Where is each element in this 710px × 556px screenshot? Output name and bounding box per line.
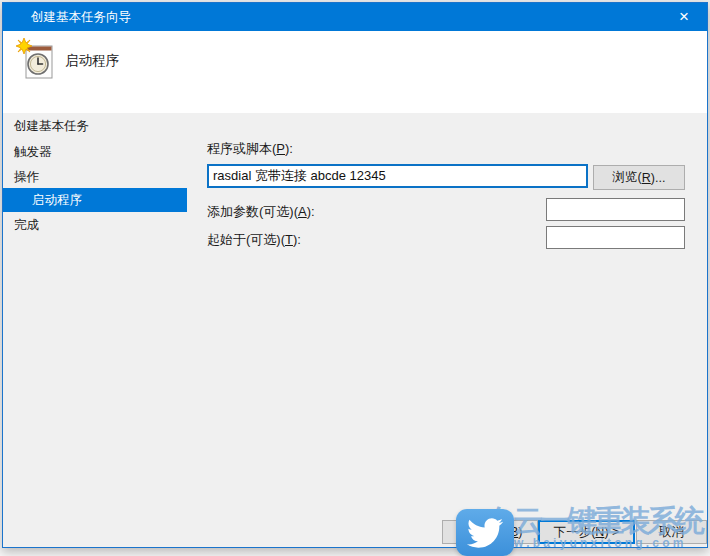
next-button[interactable]: 下一步(N) > — [538, 520, 635, 544]
sidebar-item-create-basic-task: 创建基本任务 — [14, 118, 89, 135]
add-arguments-input[interactable] — [546, 198, 685, 221]
sidebar-item-start-program-active: 启动程序 — [3, 188, 187, 212]
sidebar-item-trigger: 触发器 — [14, 144, 52, 161]
twitter-icon — [456, 509, 514, 556]
wizard-header: 启动程序 — [3, 31, 707, 113]
wizard-body: 创建基本任务 触发器 操作 启动程序 完成 程序或脚本(P): 浏览(R)...… — [3, 113, 707, 547]
start-in-label: 起始于(可选)(T): — [207, 231, 301, 249]
titlebar[interactable]: 创建基本任务向导 × — [3, 3, 707, 31]
start-in-input[interactable] — [546, 226, 685, 249]
task-wizard-icon — [16, 38, 56, 82]
close-icon: × — [679, 3, 689, 31]
close-button[interactable]: × — [668, 5, 700, 29]
program-or-script-input[interactable] — [207, 164, 588, 188]
add-arguments-label: 添加参数(可选)(A): — [207, 203, 315, 221]
sidebar-item-action: 操作 — [14, 169, 39, 186]
window-title: 创建基本任务向导 — [31, 10, 131, 24]
browse-button[interactable]: 浏览(R)... — [593, 165, 685, 190]
program-or-script-label: 程序或脚本(P): — [207, 140, 293, 158]
cancel-button[interactable]: 取消 — [636, 520, 707, 544]
create-basic-task-wizard-dialog: 创建基本任务向导 × 启动程序 创 — [2, 2, 708, 548]
page-title: 启动程序 — [65, 52, 119, 70]
sparkle-icon — [16, 38, 32, 54]
sidebar-item-finish: 完成 — [14, 217, 39, 234]
screen: 创建基本任务向导 × 启动程序 创 — [0, 0, 710, 556]
